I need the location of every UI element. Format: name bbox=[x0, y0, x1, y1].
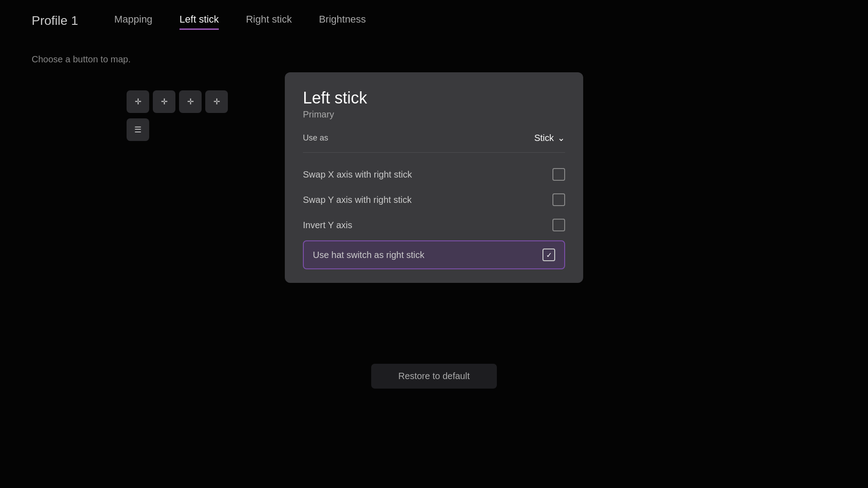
tab-brightness[interactable]: Brightness bbox=[319, 14, 366, 28]
left-stick-modal: Left stick Primary Use as Stick ⌄ Swap X… bbox=[285, 72, 583, 283]
profile-title: Profile 1 bbox=[32, 14, 78, 28]
header: Profile 1 Mapping Left stick Right stick… bbox=[0, 0, 868, 42]
option-hat-switch-label: Use hat switch as right stick bbox=[313, 250, 425, 260]
nav-tabs: Mapping Left stick Right stick Brightnes… bbox=[114, 14, 366, 28]
toolbar-btn-dpad3[interactable]: ✛ bbox=[179, 90, 202, 113]
option-swap-x-label: Swap X axis with right stick bbox=[303, 169, 412, 180]
tab-right-stick[interactable]: Right stick bbox=[246, 14, 292, 28]
option-swap-x[interactable]: Swap X axis with right stick bbox=[303, 162, 565, 187]
toolbar-row-1: ✛ ✛ ✛ ✛ bbox=[127, 90, 228, 113]
tab-mapping[interactable]: Mapping bbox=[114, 14, 152, 28]
modal-title: Left stick bbox=[303, 89, 565, 108]
left-toolbar: ✛ ✛ ✛ ✛ ☰ bbox=[127, 90, 228, 141]
modal-subtitle: Primary bbox=[303, 109, 565, 120]
toolbar-row-2: ☰ bbox=[127, 118, 228, 141]
option-invert-y-label: Invert Y axis bbox=[303, 220, 352, 230]
restore-default-button[interactable]: Restore to default bbox=[371, 364, 497, 389]
option-swap-y[interactable]: Swap Y axis with right stick bbox=[303, 187, 565, 212]
checkbox-hat-switch[interactable] bbox=[542, 249, 555, 261]
checkbox-swap-y[interactable] bbox=[552, 193, 565, 206]
use-as-label: Use as bbox=[303, 133, 328, 143]
option-hat-switch[interactable]: Use hat switch as right stick bbox=[303, 240, 565, 269]
toolbar-btn-menu[interactable]: ☰ bbox=[127, 118, 149, 141]
toolbar-btn-dpad2[interactable]: ✛ bbox=[153, 90, 175, 113]
checkbox-swap-x[interactable] bbox=[552, 168, 565, 181]
checkbox-invert-y[interactable] bbox=[552, 219, 565, 231]
use-as-stick-value: Stick bbox=[534, 133, 554, 143]
toolbar-btn-dpad[interactable]: ✛ bbox=[127, 90, 149, 113]
page-subtitle: Choose a button to map. bbox=[32, 54, 131, 65]
chevron-down-icon: ⌄ bbox=[557, 132, 565, 143]
option-swap-y-label: Swap Y axis with right stick bbox=[303, 195, 411, 205]
use-as-value[interactable]: Stick ⌄ bbox=[534, 132, 565, 143]
divider-1 bbox=[303, 152, 565, 153]
toolbar-btn-dpad4[interactable]: ✛ bbox=[205, 90, 228, 113]
use-as-row[interactable]: Use as Stick ⌄ bbox=[303, 132, 565, 143]
option-invert-y[interactable]: Invert Y axis bbox=[303, 212, 565, 238]
tab-left-stick[interactable]: Left stick bbox=[179, 14, 219, 28]
